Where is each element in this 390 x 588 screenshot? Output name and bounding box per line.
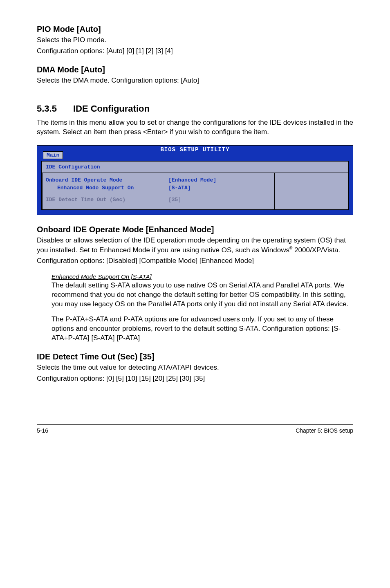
bios-inner-panel: IDE Configuration Onboard IDE Operate Mo… <box>41 161 349 210</box>
bios-row2-value: [S-ATA] <box>168 185 238 191</box>
enhanced-para2: The P-ATA+S-ATA and P-ATA options are fo… <box>52 315 353 343</box>
bios-row-3: IDE Detect Time Out (Sec) [35] <box>42 196 348 204</box>
onboard-para2: Configuration options: [Disabled] [Compa… <box>37 256 353 266</box>
bios-row3-value: [35] <box>168 197 238 203</box>
bios-row1-label: Onboard IDE Operate Mode <box>46 177 168 183</box>
pio-heading: PIO Mode [Auto] <box>37 25 353 34</box>
idetimeout-line2: Configuration options: [0] [5] [10] [15]… <box>37 374 353 384</box>
bios-box: BIOS SETUP UTILITY Main IDE Configuratio… <box>37 145 353 215</box>
dma-line1: Selects the DMA mode. Configuration opti… <box>37 76 353 85</box>
enhanced-block: Enhanced Mode Support On [S-ATA] The def… <box>37 273 353 343</box>
bios-row-1: Onboard IDE Operate Mode [Enhanced Mode] <box>42 176 348 184</box>
bios-header: BIOS SETUP UTILITY <box>37 146 353 154</box>
bios-tab-main: Main <box>43 151 63 159</box>
section-535-para: The items in this menu allow you to set … <box>37 118 353 137</box>
bios-row2-label: Enhanced Mode Support On <box>46 185 168 191</box>
onboard-heading: Onboard IDE Operate Mode [Enhanced Mode] <box>37 225 353 234</box>
section-535-heading: 5.3.5IDE Configuration <box>37 103 353 114</box>
footer-chapter: Chapter 5: BIOS setup <box>296 427 353 434</box>
bios-inner-title: IDE Configuration <box>42 162 348 173</box>
pio-line2: Configuration options: [Auto] [0] [1] [2… <box>37 47 353 56</box>
bios-row3-label: IDE Detect Time Out (Sec) <box>46 197 168 203</box>
onboard-para1b: 2000/XP/Vista. <box>292 246 340 254</box>
idetimeout-heading: IDE Detect Time Out (Sec) [35] <box>37 352 353 361</box>
bios-content: Onboard IDE Operate Mode [Enhanced Mode]… <box>42 173 348 209</box>
bios-row1-value: [Enhanced Mode] <box>168 177 238 183</box>
pio-line1: Selects the PIO mode. <box>37 36 353 45</box>
bios-screenshot: BIOS SETUP UTILITY Main IDE Configuratio… <box>37 145 353 215</box>
enhanced-para1: The default setting S-ATA allows you to … <box>52 281 353 309</box>
section-title: IDE Configuration <box>73 103 150 114</box>
dma-heading: DMA Mode [Auto] <box>37 65 353 74</box>
bios-row-2: Enhanced Mode Support On [S-ATA] <box>42 184 348 192</box>
enhanced-title: Enhanced Mode Support On [S-ATA] <box>52 273 353 280</box>
onboard-para1: Disables or allows selection of the IDE … <box>37 236 353 255</box>
idetimeout-line1: Selects the time out value for detecting… <box>37 363 353 373</box>
section-number: 5.3.5 <box>37 103 57 114</box>
page-footer: 5-16 Chapter 5: BIOS setup <box>37 424 353 434</box>
footer-page-number: 5-16 <box>37 427 48 434</box>
